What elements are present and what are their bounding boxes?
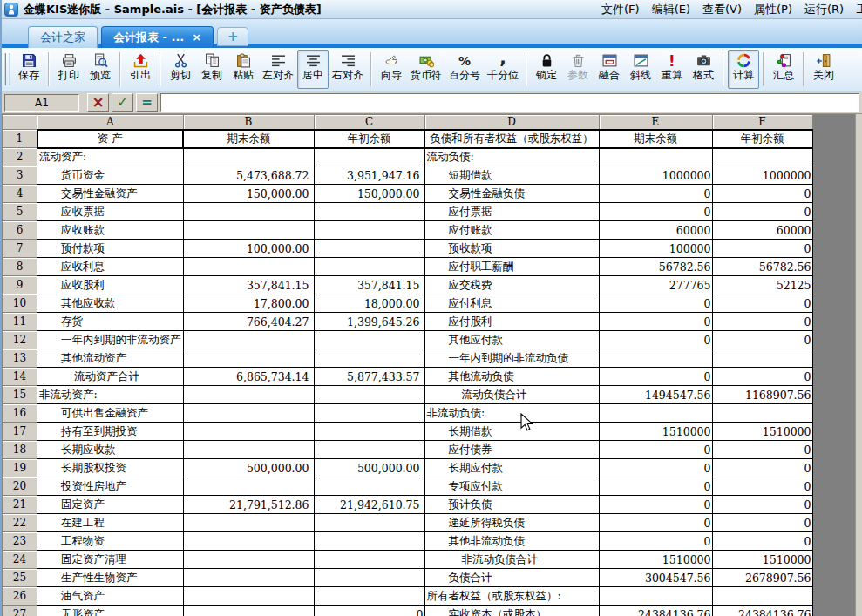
cell-A21[interactable]: 固定资产 [37, 496, 184, 514]
cell-A18[interactable]: 长期应收款 [37, 441, 184, 459]
cell-A12[interactable]: 一年内到期的非流动资产 [37, 331, 184, 349]
menu-item-edit[interactable]: 编辑(E) [652, 2, 690, 17]
cell-B12[interactable] [183, 331, 314, 349]
cell-B27[interactable] [183, 606, 314, 616]
cell-B21[interactable]: 21,791,512.86 [183, 496, 314, 514]
cell-B22[interactable] [183, 514, 314, 532]
save-button[interactable]: 保存 [13, 50, 44, 89]
cell-D17[interactable]: 长期借款 [424, 423, 599, 441]
row-header-8[interactable]: 8 [3, 258, 37, 276]
row-header-7[interactable]: 7 [3, 240, 37, 258]
menu-item-tools[interactable]: 工具(T) [856, 2, 862, 17]
align-left-button[interactable]: 左对齐 [259, 50, 297, 89]
menu-item-view[interactable]: 查看(V) [702, 2, 742, 17]
row-header-10[interactable]: 10 [3, 294, 37, 313]
cell-A20[interactable]: 投资性房地产 [37, 477, 184, 496]
cell-B17[interactable] [183, 423, 314, 441]
cell-F12[interactable]: 0 [712, 331, 812, 349]
row-header-3[interactable]: 3 [3, 166, 37, 185]
cell-D12[interactable]: 其他应付款 [424, 331, 599, 349]
cell-D24[interactable]: 非流动负债合计 [424, 551, 599, 569]
cell-B4[interactable]: 150,000.00 [183, 185, 314, 203]
cell-B14[interactable]: 6,865,734.14 [183, 368, 314, 386]
cell-F22[interactable]: 0 [712, 514, 812, 532]
cell-D7[interactable]: 预收款项 [424, 240, 599, 258]
cell-A2[interactable]: 流动资产: [37, 148, 184, 166]
cell-D15[interactable]: 流动负债合计 [424, 386, 599, 404]
cell-E17[interactable]: 1510000 [599, 423, 712, 441]
close-button[interactable]: 关闭 [808, 50, 839, 89]
cell-E15[interactable]: 1494547.56 [599, 386, 712, 404]
cell-E13[interactable] [599, 349, 712, 368]
row-header-19[interactable]: 19 [3, 459, 37, 477]
cell-F21[interactable]: 0 [712, 496, 812, 514]
formula-input[interactable] [160, 93, 859, 112]
row-header-6[interactable]: 6 [3, 221, 37, 240]
cell-C8[interactable] [314, 258, 424, 276]
cell-C22[interactable] [314, 514, 424, 532]
cell-A16[interactable]: 可供出售金融资产 [37, 404, 184, 423]
cell-C3[interactable]: 3,951,947.16 [314, 166, 424, 185]
row-header-5[interactable]: 5 [3, 203, 37, 221]
cell-F9[interactable]: 52125 [712, 276, 812, 294]
cell-C15[interactable] [314, 386, 424, 404]
cell-A27[interactable]: 无形资产 [37, 606, 184, 616]
cell-F2[interactable] [712, 148, 812, 166]
cell-A22[interactable]: 在建工程 [37, 514, 184, 532]
cell-E19[interactable]: 0 [599, 459, 712, 477]
cell-C2[interactable] [314, 148, 424, 166]
cell-D27[interactable]: 实收资本（或股本） [424, 606, 599, 616]
column-header-F[interactable]: F [712, 115, 812, 130]
row-header-12[interactable]: 12 [3, 331, 37, 349]
cell-F5[interactable]: 0 [712, 203, 812, 221]
row-header-24[interactable]: 24 [3, 551, 37, 569]
cell-B13[interactable] [183, 349, 314, 368]
cell-D2[interactable]: 流动负债: [424, 148, 599, 166]
cell-D14[interactable]: 其他流动负债 [424, 368, 599, 386]
cell-D5[interactable]: 应付票据 [424, 203, 599, 221]
cell-E7[interactable]: 100000 [599, 240, 712, 258]
cell-A13[interactable]: 其他流动资产 [37, 349, 184, 368]
cell-B3[interactable]: 5,473,688.72 [183, 166, 314, 185]
row-header-4[interactable]: 4 [3, 185, 37, 203]
cell-B23[interactable] [183, 532, 314, 551]
cell-A26[interactable]: 油气资产 [37, 587, 184, 606]
cell-A1[interactable]: 资 产 [37, 130, 184, 148]
cell-C17[interactable] [314, 423, 424, 441]
cell-reference-box[interactable]: A1 [4, 94, 79, 112]
cell-A6[interactable]: 应收账款 [37, 221, 184, 240]
cell-B16[interactable] [183, 404, 314, 423]
cell-D13[interactable]: 一年内到期的非流动负债 [424, 349, 599, 368]
preview-button[interactable]: 预览 [85, 50, 116, 89]
cell-E23[interactable]: 0 [599, 532, 712, 551]
cell-D25[interactable]: 负债合计 [424, 569, 599, 587]
lock-button[interactable]: 锁定 [531, 50, 562, 89]
cell-B9[interactable]: 357,841.15 [183, 276, 314, 294]
row-header-2[interactable]: 2 [3, 148, 37, 166]
column-header-B[interactable]: B [183, 115, 314, 130]
cell-D4[interactable]: 交易性金融负债 [424, 185, 599, 203]
cell-C26[interactable] [314, 587, 424, 606]
cell-E25[interactable]: 3004547.56 [599, 569, 712, 587]
cut-button[interactable]: 剪切 [165, 50, 196, 89]
cell-B15[interactable] [183, 386, 314, 404]
cell-F15[interactable]: 1168907.56 [712, 386, 812, 404]
tab-close-icon[interactable]: × [192, 32, 201, 43]
cell-E21[interactable]: 0 [599, 496, 712, 514]
cell-D21[interactable]: 预计负债 [424, 496, 599, 514]
cell-F24[interactable]: 1510000 [712, 551, 812, 569]
row-header-22[interactable]: 22 [3, 514, 37, 532]
row-header-21[interactable]: 21 [3, 496, 37, 514]
cell-F13[interactable] [712, 349, 812, 368]
row-header-1[interactable]: 1 [3, 130, 37, 148]
menu-item-properties[interactable]: 属性(P) [754, 2, 792, 17]
menu-item-run[interactable]: 运行(R) [804, 2, 844, 17]
cell-E10[interactable]: 0 [599, 294, 712, 313]
cell-E20[interactable]: 0 [599, 477, 712, 496]
cell-D8[interactable]: 应付职工薪酬 [424, 258, 599, 276]
cell-C12[interactable] [314, 331, 424, 349]
row-header-13[interactable]: 13 [3, 349, 37, 368]
formula-equals-button[interactable]: = [136, 93, 158, 112]
cell-A8[interactable]: 应收利息 [37, 258, 184, 276]
cell-C20[interactable] [314, 477, 424, 496]
